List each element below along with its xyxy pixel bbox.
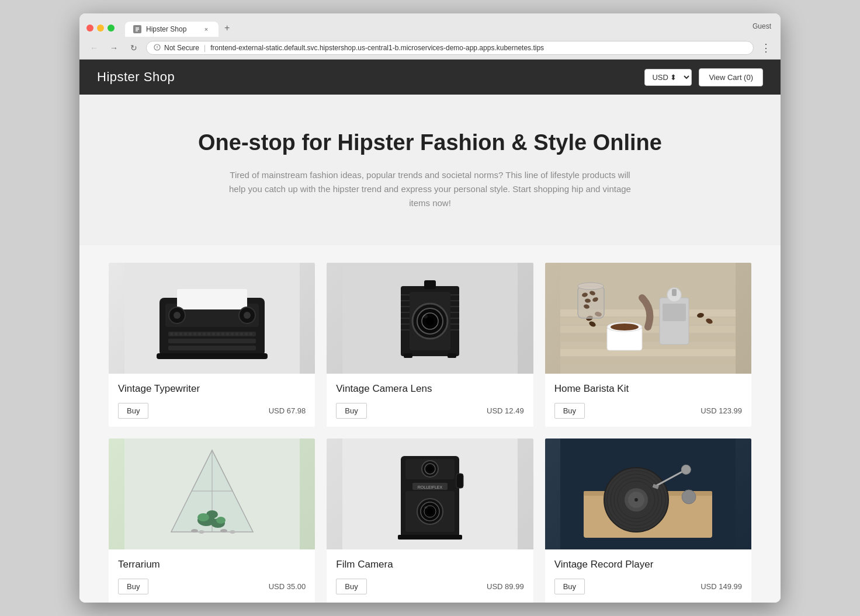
security-icon bbox=[154, 44, 161, 52]
security-label: Not Secure bbox=[164, 44, 199, 52]
product-price: USD 89.99 bbox=[487, 582, 524, 591]
product-name: Vintage Camera Lens bbox=[336, 383, 523, 395]
terrarium-svg bbox=[124, 438, 300, 549]
product-info: Vintage Typewriter Buy USD 67.98 bbox=[109, 374, 315, 427]
product-name: Vintage Record Player bbox=[554, 559, 742, 570]
product-image-terrarium bbox=[109, 438, 315, 549]
svg-point-33 bbox=[174, 312, 181, 319]
product-image-camera bbox=[327, 263, 533, 374]
buy-button[interactable]: Buy bbox=[554, 403, 585, 419]
url-text: frontend-external-static.default.svc.hip… bbox=[210, 44, 746, 52]
minimize-button[interactable] bbox=[97, 25, 104, 32]
product-info: Vintage Record Player Buy USD 149.99 bbox=[545, 549, 751, 603]
product-card: Vintage Typewriter Buy USD 67.98 bbox=[109, 263, 315, 427]
close-button[interactable] bbox=[86, 25, 93, 32]
svg-rect-17 bbox=[184, 332, 187, 335]
svg-rect-54 bbox=[448, 353, 456, 358]
svg-rect-75 bbox=[578, 286, 604, 318]
svg-rect-60 bbox=[560, 342, 736, 349]
svg-point-123 bbox=[634, 498, 638, 502]
svg-rect-21 bbox=[203, 332, 206, 335]
active-tab[interactable]: Hipster Shop × bbox=[125, 22, 219, 37]
buy-button[interactable]: Buy bbox=[554, 579, 585, 594]
svg-rect-16 bbox=[179, 332, 182, 335]
browser-titlebar: Hipster Shop × + Guest bbox=[79, 13, 781, 37]
site-navbar: Hipster Shop USD ⬍ EUR GBP JPY View Cart… bbox=[79, 60, 781, 95]
svg-rect-13 bbox=[168, 346, 256, 350]
new-tab-button[interactable]: + bbox=[219, 19, 235, 37]
product-price: USD 35.00 bbox=[269, 582, 306, 591]
products-section: Vintage Typewriter Buy USD 67.98 bbox=[79, 245, 781, 603]
tab-label: Hipster Shop bbox=[146, 25, 186, 33]
svg-point-51 bbox=[423, 315, 428, 318]
product-info: Vintage Camera Lens Buy USD 12.49 bbox=[327, 374, 533, 427]
buy-button[interactable]: Buy bbox=[336, 403, 366, 419]
refresh-button[interactable]: ↻ bbox=[126, 40, 141, 55]
site-content: Hipster Shop USD ⬍ EUR GBP JPY View Cart… bbox=[79, 60, 781, 603]
svg-point-50 bbox=[426, 317, 434, 325]
svg-rect-53 bbox=[404, 353, 412, 358]
product-info: Film Camera Buy USD 89.99 bbox=[327, 549, 533, 603]
address-bar[interactable]: Not Secure | frontend-external-static.de… bbox=[146, 41, 754, 55]
back-button[interactable]: ← bbox=[86, 40, 102, 55]
site-logo[interactable]: Hipster Shop bbox=[97, 69, 175, 85]
svg-rect-20 bbox=[198, 332, 201, 335]
svg-rect-27 bbox=[231, 332, 234, 335]
svg-rect-18 bbox=[189, 332, 192, 335]
maximize-button[interactable] bbox=[108, 25, 115, 32]
svg-point-107 bbox=[427, 509, 433, 514]
forward-button[interactable]: → bbox=[106, 40, 122, 55]
browser-window: Hipster Shop × + Guest ← → ↻ bbox=[79, 13, 781, 603]
buy-button[interactable]: Buy bbox=[118, 403, 148, 419]
product-info: Terrarium Buy USD 35.00 bbox=[109, 549, 315, 603]
product-name: Vintage Typewriter bbox=[118, 383, 306, 395]
product-name: Film Camera bbox=[336, 559, 523, 570]
svg-point-108 bbox=[424, 506, 428, 509]
svg-point-127 bbox=[682, 490, 696, 504]
product-actions: Buy USD 12.49 bbox=[336, 403, 523, 419]
tab-close-icon[interactable]: × bbox=[202, 25, 210, 33]
hero-section: One-stop for Hipster Fashion & Style Onl… bbox=[79, 95, 781, 245]
svg-rect-26 bbox=[226, 332, 229, 335]
product-card: Vintage Camera Lens Buy USD 12.49 bbox=[327, 263, 533, 427]
product-info: Home Barista Kit Buy USD 123.99 bbox=[545, 374, 751, 427]
product-actions: Buy USD 35.00 bbox=[118, 579, 306, 594]
product-image-turntable bbox=[545, 438, 751, 549]
turntable-svg bbox=[560, 438, 736, 549]
svg-rect-52 bbox=[424, 280, 436, 289]
product-actions: Buy USD 123.99 bbox=[554, 403, 742, 419]
currency-selector[interactable]: USD ⬍ EUR GBP JPY bbox=[644, 69, 692, 86]
svg-rect-3 bbox=[136, 30, 138, 32]
product-actions: Buy USD 67.98 bbox=[118, 403, 306, 419]
svg-rect-14 bbox=[170, 332, 173, 335]
svg-rect-61 bbox=[560, 349, 736, 356]
svg-rect-36 bbox=[157, 353, 268, 359]
svg-point-6 bbox=[157, 48, 157, 49]
svg-rect-10 bbox=[177, 289, 247, 309]
svg-rect-25 bbox=[221, 332, 224, 335]
buy-button[interactable]: Buy bbox=[336, 579, 366, 594]
buy-button[interactable]: Buy bbox=[118, 579, 148, 594]
browser-menu-button[interactable]: ⋮ bbox=[758, 40, 774, 55]
svg-rect-59 bbox=[560, 334, 736, 341]
svg-rect-12 bbox=[168, 339, 256, 343]
product-card: ROLLEIFLEX Film Camera Buy USD 89.99 bbox=[327, 438, 533, 603]
svg-rect-64 bbox=[663, 304, 686, 321]
product-card: Terrarium Buy USD 35.00 bbox=[109, 438, 315, 603]
browser-tabs: Hipster Shop × + bbox=[125, 19, 748, 37]
hero-title: One-stop for Hipster Fashion & Style Onl… bbox=[126, 130, 734, 156]
cart-button[interactable]: View Cart (0) bbox=[699, 68, 763, 86]
hero-subtitle: Tired of mainstream fashion ideas, popul… bbox=[226, 168, 634, 210]
svg-rect-19 bbox=[193, 332, 196, 335]
svg-rect-66 bbox=[672, 289, 677, 296]
product-image-typewriter bbox=[109, 263, 315, 374]
svg-point-69 bbox=[611, 323, 639, 330]
product-price: USD 12.49 bbox=[487, 406, 524, 415]
svg-point-102 bbox=[427, 466, 433, 472]
barista-svg bbox=[560, 263, 736, 374]
product-name: Terrarium bbox=[118, 559, 306, 570]
svg-rect-29 bbox=[240, 332, 243, 335]
svg-point-91 bbox=[197, 513, 209, 521]
svg-rect-112 bbox=[398, 535, 462, 540]
svg-rect-23 bbox=[212, 332, 215, 335]
